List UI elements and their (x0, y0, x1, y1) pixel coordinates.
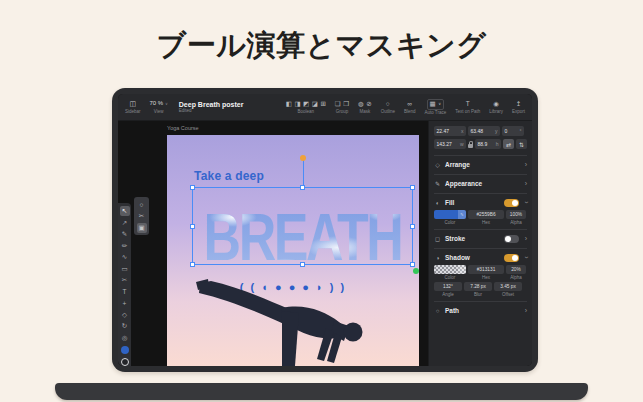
node-tool[interactable]: ↗ (120, 218, 130, 228)
selection-handle[interactable] (410, 224, 415, 229)
auto-trace-icon: ▦ (430, 101, 436, 108)
fill-alpha-field[interactable]: 100% (506, 210, 526, 219)
fill-toggle[interactable] (504, 199, 519, 207)
path-section[interactable]: ○ Path › (434, 304, 527, 317)
zoom-tool[interactable]: ◎ (120, 333, 130, 343)
app-screen: ◫ Sidebar 70 % ∨ View Deep Breath poster… (118, 94, 532, 366)
poster-heading[interactable]: Take a deep (194, 169, 264, 183)
hex-label: Hex (468, 275, 504, 280)
rotation-field[interactable]: 0° (502, 126, 524, 136)
export-icon: ↥ (516, 101, 521, 108)
lock-aspect-icon[interactable] (468, 144, 473, 148)
zoom-value: 70 % (150, 100, 164, 106)
auto-trace-button[interactable]: ▦ ∨ Auto Trace (424, 99, 446, 116)
release-mask-icon[interactable]: ⊘ (366, 101, 371, 108)
selection-bounding-box[interactable]: BREATH (192, 187, 413, 265)
export-button[interactable]: ↥ Export (512, 100, 525, 115)
alpha-label: Alpha (506, 220, 526, 225)
sidebar-toggle-button[interactable]: ◫ Sidebar (125, 100, 141, 115)
shape-tool[interactable]: ▭ (120, 264, 130, 274)
blend-button[interactable]: ∞ Blend (404, 100, 416, 115)
selection-handle[interactable] (410, 185, 415, 190)
stroke-color-well[interactable] (121, 358, 129, 366)
group-buttons[interactable]: ❏ ❐ Group (335, 100, 349, 115)
ellipse-option-icon[interactable]: ○ (137, 199, 147, 209)
selection-handle[interactable] (190, 185, 195, 190)
offset-label: Offset (494, 292, 522, 297)
laptop-frame: ◫ Sidebar 70 % ∨ View Deep Breath poster… (112, 88, 538, 372)
stroke-section[interactable]: ◻ Stroke › (434, 232, 527, 245)
flip-horizontal-button[interactable]: ⇄ (503, 139, 514, 149)
boolean-option-icon[interactable]: ▣ (137, 223, 147, 233)
fill-color-well[interactable] (121, 346, 129, 354)
chevron-right-icon: › (525, 235, 527, 242)
width-field[interactable]: 143.27w (434, 139, 466, 149)
boolean-divide-icon[interactable]: ⊞ (320, 101, 325, 108)
fill-hex-field[interactable]: #2559B6 (468, 210, 504, 219)
select-tool[interactable]: ↖ (120, 206, 130, 216)
boolean-intersect-icon[interactable]: ◩ (303, 101, 309, 108)
pencil-tool[interactable]: ✏ (120, 241, 130, 251)
rotation-stem (303, 160, 304, 185)
shadow-alpha-field[interactable]: 20% (506, 265, 526, 274)
eyedropper-icon[interactable]: ✎ (458, 210, 466, 219)
boolean-ops-group[interactable]: ◧ ◨ ◩ ◪ ⊞ Boolean (286, 100, 326, 115)
shadow-section[interactable]: ◑ Shadow › (434, 251, 527, 264)
brush-tool[interactable]: ∿ (120, 252, 130, 262)
mask-icon[interactable]: ◍ (358, 101, 364, 108)
text-on-path-button[interactable]: T Text on Path (455, 100, 480, 115)
fill-section[interactable]: ◐ Fill › (434, 196, 527, 209)
shadow-angle-field[interactable]: 132° (434, 282, 462, 291)
chevron-right-icon: › (525, 180, 527, 187)
shadow-toggle[interactable] (504, 254, 519, 262)
pen-tool[interactable]: ✎ (120, 229, 130, 239)
appearance-section[interactable]: ✎ Appearance › (434, 177, 527, 190)
library-button[interactable]: ◉ Library (489, 100, 503, 115)
blend-icon: ∞ (407, 101, 412, 108)
appearance-icon: ✎ (434, 180, 441, 187)
gradient-tool[interactable]: ◇ (120, 310, 130, 320)
fill-color-swatch[interactable]: ✎ (434, 210, 466, 219)
selection-handle[interactable] (190, 224, 195, 229)
scissors-tool[interactable]: ✂ (120, 275, 130, 285)
rotate-tool[interactable]: ↻ (120, 321, 130, 331)
text-tool[interactable]: T (120, 287, 130, 297)
hex-label: Hex (468, 220, 504, 225)
stroke-toggle[interactable] (504, 235, 519, 243)
flip-vertical-button[interactable]: ⇅ (516, 139, 527, 149)
stroke-icon: ◻ (434, 235, 441, 242)
text-on-path-icon: T (466, 101, 470, 108)
document-status: Edited (179, 109, 244, 114)
mask-buttons[interactable]: ◍ ⊘ Mask (358, 100, 372, 115)
alpha-label: Alpha (506, 275, 526, 280)
shadow-blur-field[interactable]: 7.28 px (464, 282, 492, 291)
ungroup-icon[interactable]: ❐ (343, 101, 349, 108)
group-icon[interactable]: ❏ (335, 101, 341, 108)
poster-artboard[interactable]: Take a deep BREATH (167, 135, 419, 366)
scissors-option-icon[interactable]: ✂ (137, 211, 147, 221)
chevron-down-icon: › (522, 256, 529, 258)
transform-tool[interactable]: + (120, 298, 130, 308)
rotation-handle[interactable] (300, 155, 306, 161)
shadow-offset-field[interactable]: 3.45 px (494, 282, 522, 291)
zoom-level-dropdown[interactable]: 70 % ∨ View (150, 100, 168, 115)
boolean-exclude-icon[interactable]: ◪ (312, 101, 318, 108)
canvas-area[interactable]: ↖ ↗ ✎ ✏ ∿ ▭ ✂ T + ◇ ↻ ◎ ○ (118, 121, 428, 366)
document-title-block[interactable]: Deep Breath poster Edited (179, 101, 244, 114)
eyedropper-icon[interactable]: ✎ (458, 265, 466, 274)
boolean-union-icon[interactable]: ◧ (286, 101, 292, 108)
height-field[interactable]: 88.9h (475, 139, 501, 149)
arrange-icon: ◇ (434, 161, 441, 168)
angle-label: Angle (434, 292, 462, 297)
shadow-color-swatch[interactable]: ✎ (434, 265, 466, 274)
boolean-subtract-icon[interactable]: ◨ (294, 101, 300, 108)
selection-handle[interactable] (300, 185, 305, 190)
arrange-section[interactable]: ◇ Arrange › (434, 158, 527, 171)
selection-handle[interactable] (410, 262, 415, 267)
color-label: Color (434, 275, 466, 280)
y-position-field[interactable]: 63.48y (468, 126, 500, 136)
shadow-hex-field[interactable]: #313131 (468, 265, 504, 274)
x-position-field[interactable]: 22.47x (434, 126, 466, 136)
outline-button[interactable]: ○ Outline (381, 100, 395, 115)
artboard-label[interactable]: Yoga Course (167, 125, 199, 131)
